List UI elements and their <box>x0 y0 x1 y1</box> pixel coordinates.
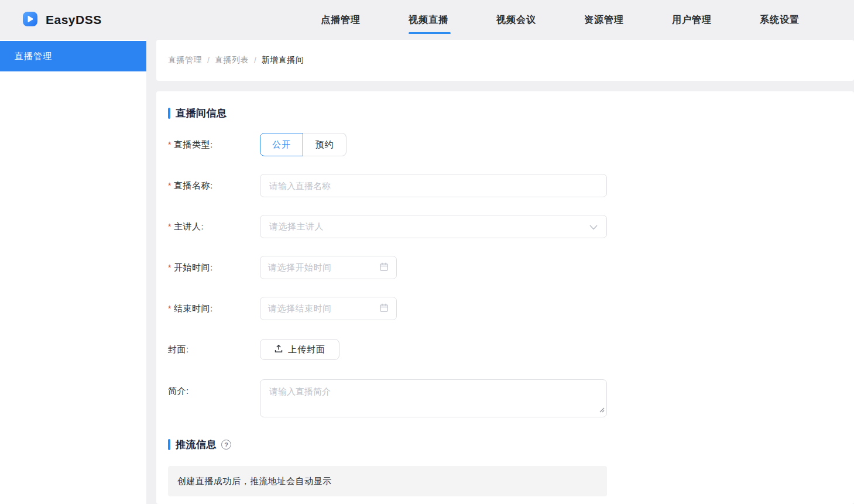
required-mark: * <box>168 222 172 231</box>
calendar-icon <box>379 303 389 314</box>
live-type-public-button[interactable]: 公开 <box>260 133 303 156</box>
required-mark: * <box>168 263 172 272</box>
breadcrumb-separator: / <box>254 56 256 65</box>
required-mark: * <box>168 140 172 149</box>
nav-users[interactable]: 用户管理 <box>672 0 760 40</box>
nav-label: 点播管理 <box>321 14 361 26</box>
nav-vod[interactable]: 点播管理 <box>321 0 409 40</box>
sidebar-item-live-management[interactable]: 直播管理 <box>0 41 146 71</box>
main-nav: 点播管理 视频直播 视频会议 资源管理 用户管理 系统设置 <box>321 0 848 40</box>
section-room-info: 直播间信息 <box>168 107 227 120</box>
section-title-text: 直播间信息 <box>176 107 227 120</box>
required-mark: * <box>168 304 172 313</box>
live-name-input[interactable] <box>260 174 607 197</box>
start-time-placeholder: 请选择开始时间 <box>268 262 332 273</box>
nav-label: 视频会议 <box>496 14 536 26</box>
breadcrumb-current-page: 新增直播间 <box>262 55 304 66</box>
field-label-text: 简介: <box>168 386 189 397</box>
intro-textarea[interactable] <box>260 379 607 417</box>
presenter-placeholder: 请选择主讲人 <box>269 221 324 232</box>
field-label: 封面: <box>168 344 260 355</box>
nav-label: 资源管理 <box>584 14 624 26</box>
end-time-placeholder: 请选择结束时间 <box>268 303 332 314</box>
intro-textarea-wrap <box>260 379 607 417</box>
upload-cover-button[interactable]: 上传封面 <box>260 339 339 360</box>
nav-label: 视频直播 <box>409 14 448 26</box>
field-label-text: 直播名称: <box>174 180 213 191</box>
chevron-down-icon <box>589 222 598 232</box>
field-label-text: 结束时间: <box>174 303 213 314</box>
nav-meeting[interactable]: 视频会议 <box>496 0 584 40</box>
nav-label: 用户管理 <box>672 14 712 26</box>
nav-resources[interactable]: 资源管理 <box>584 0 672 40</box>
push-info-notice: 创建直播成功后，推流地址会自动显示 <box>168 466 607 496</box>
field-label-text: 直播类型: <box>174 139 213 150</box>
field-end-time: * 结束时间: 请选择结束时间 <box>168 297 854 320</box>
start-time-picker[interactable]: 请选择开始时间 <box>260 256 397 279</box>
field-label: * 直播类型: <box>168 139 260 150</box>
field-label-text: 封面: <box>168 344 189 355</box>
field-intro: 简介: <box>168 379 854 417</box>
section-accent-bar <box>168 108 170 119</box>
breadcrumb-live-list[interactable]: 直播列表 <box>215 55 249 66</box>
top-header: EasyDSS 点播管理 视频直播 视频会议 资源管理 用户管理 系统设置 <box>0 0 854 40</box>
upload-button-label: 上传封面 <box>288 344 325 355</box>
field-live-type: * 直播类型: 公开 预约 <box>168 133 854 156</box>
end-time-picker[interactable]: 请选择结束时间 <box>260 297 397 320</box>
logo-icon <box>22 11 38 29</box>
live-type-reserve-button[interactable]: 预约 <box>303 133 347 156</box>
nav-label: 系统设置 <box>760 14 800 26</box>
field-label-text: 开始时间: <box>174 262 213 273</box>
live-type-toggle: 公开 预约 <box>260 133 347 156</box>
app-logo: EasyDSS <box>22 11 102 29</box>
field-label: * 直播名称: <box>168 180 260 191</box>
app-title: EasyDSS <box>46 13 102 27</box>
breadcrumb-separator: / <box>207 56 210 65</box>
section-accent-bar <box>168 439 170 450</box>
help-question-icon[interactable]: ? <box>221 440 231 450</box>
field-label: 简介: <box>168 379 260 403</box>
main-content-panel: 直播间信息 * 直播类型: 公开 预约 * 直播名称: * 主讲人: 请选择主讲… <box>156 91 854 504</box>
breadcrumb-live-management[interactable]: 直播管理 <box>168 55 202 66</box>
section-push-info: 推流信息 ? <box>168 438 231 451</box>
field-label: * 主讲人: <box>168 221 260 232</box>
breadcrumb: 直播管理 / 直播列表 / 新增直播间 <box>156 40 854 81</box>
field-label: * 结束时间: <box>168 303 260 314</box>
field-start-time: * 开始时间: 请选择开始时间 <box>168 256 854 279</box>
sidebar: 直播管理 <box>0 40 146 504</box>
field-label-text: 主讲人: <box>174 221 204 232</box>
field-live-name: * 直播名称: <box>168 174 854 197</box>
upload-icon <box>274 344 283 355</box>
nav-live[interactable]: 视频直播 <box>409 0 496 40</box>
field-cover: 封面: 上传封面 <box>168 339 854 360</box>
field-presenter: * 主讲人: 请选择主讲人 <box>168 215 854 238</box>
section-title-text: 推流信息 <box>176 438 217 451</box>
presenter-select[interactable]: 请选择主讲人 <box>260 215 607 238</box>
push-info-text: 创建直播成功后，推流地址会自动显示 <box>177 476 332 487</box>
field-label: * 开始时间: <box>168 262 260 273</box>
nav-settings[interactable]: 系统设置 <box>760 0 848 40</box>
calendar-icon <box>379 262 389 273</box>
required-mark: * <box>168 181 172 190</box>
